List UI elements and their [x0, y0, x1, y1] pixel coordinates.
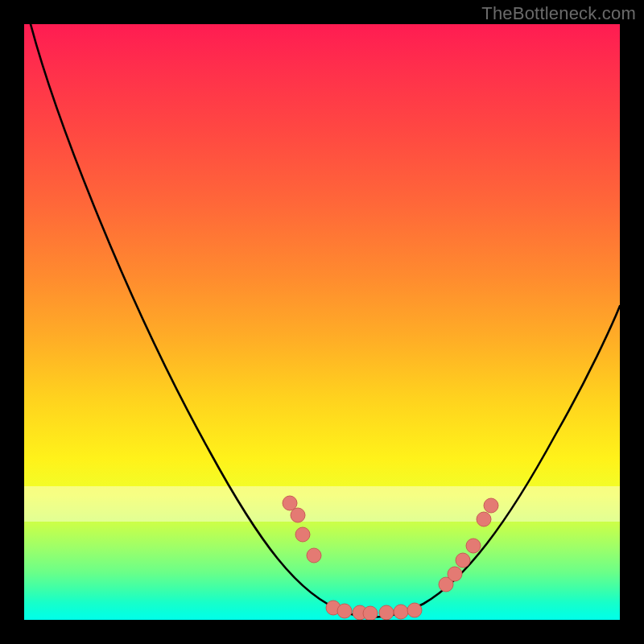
curve-path	[31, 24, 620, 617]
curve-marker	[484, 498, 498, 513]
curve-marker	[407, 603, 422, 617]
curve-marker	[456, 553, 470, 568]
curve-marker	[379, 605, 394, 620]
curve-marker	[291, 508, 305, 522]
curve-marker	[448, 567, 462, 581]
curve-marker	[477, 512, 491, 526]
curve-marker	[295, 527, 310, 542]
curve-marker	[394, 605, 408, 619]
watermark-text: TheBottleneck.com	[481, 3, 636, 24]
curve-marker	[307, 548, 321, 563]
chart-area	[24, 24, 620, 620]
curve-marker	[363, 606, 378, 620]
curve-marker	[466, 539, 481, 553]
curve-markers	[283, 496, 498, 620]
bottleneck-curve	[24, 24, 620, 620]
curve-marker	[337, 604, 352, 618]
page-frame: TheBottleneck.com	[0, 0, 644, 644]
